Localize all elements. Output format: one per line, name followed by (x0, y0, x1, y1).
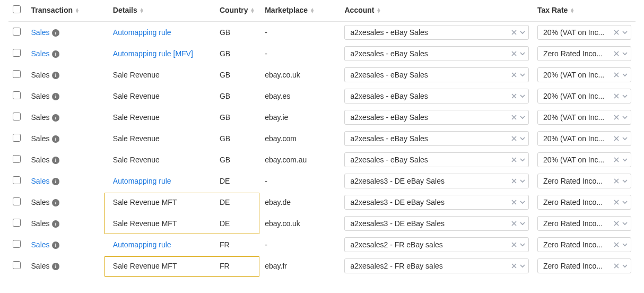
tax-select[interactable]: 20% (VAT on Inc... (537, 152, 631, 167)
account-select[interactable]: a2xesales - eBay Sales (344, 89, 529, 104)
tax-select[interactable]: 20% (VAT on Inc... (537, 131, 631, 146)
header-marketplace[interactable]: Marketplace▲▼ (260, 0, 340, 22)
info-icon[interactable]: i (52, 93, 59, 100)
clear-icon[interactable] (511, 178, 517, 184)
transaction-link[interactable]: Sales (31, 28, 50, 37)
transaction-link[interactable]: Sales (31, 177, 50, 185)
chevron-down-icon[interactable] (520, 157, 525, 162)
row-checkbox[interactable] (13, 91, 21, 99)
row-checkbox[interactable] (13, 176, 21, 184)
row-checkbox[interactable] (13, 49, 21, 57)
info-icon[interactable]: i (52, 242, 59, 249)
details-text[interactable]: Automapping rule (113, 177, 171, 185)
header-country[interactable]: Country▲▼ (215, 0, 260, 22)
tax-select[interactable]: 20% (VAT on Inc... (537, 89, 631, 104)
chevron-down-icon[interactable] (520, 72, 525, 77)
account-select[interactable]: a2xesales2 - FR eBay sales (344, 237, 529, 252)
header-details[interactable]: Details▲▼ (109, 0, 215, 22)
header-account[interactable]: Account▲▼ (340, 0, 533, 22)
info-icon[interactable]: i (52, 263, 59, 270)
chevron-down-icon[interactable] (520, 221, 525, 226)
chevron-down-icon[interactable] (622, 51, 628, 56)
info-icon[interactable]: i (52, 220, 59, 228)
account-select[interactable]: a2xesales - eBay Sales (344, 67, 529, 82)
tax-select[interactable]: 20% (VAT on Inc... (537, 67, 631, 82)
tax-select[interactable]: 20% (VAT on Inc... (537, 110, 631, 125)
clear-icon[interactable] (614, 221, 619, 226)
clear-icon[interactable] (614, 136, 619, 141)
clear-icon[interactable] (614, 72, 619, 77)
chevron-down-icon[interactable] (520, 93, 525, 99)
chevron-down-icon[interactable] (622, 242, 628, 247)
info-icon[interactable]: i (52, 72, 59, 79)
clear-icon[interactable] (511, 263, 517, 269)
info-icon[interactable]: i (52, 29, 59, 37)
account-select[interactable]: a2xesales3 - DE eBay Sales (344, 174, 529, 188)
chevron-down-icon[interactable] (520, 263, 525, 269)
chevron-down-icon[interactable] (520, 242, 525, 247)
clear-icon[interactable] (511, 200, 517, 205)
info-icon[interactable]: i (52, 178, 59, 185)
row-checkbox[interactable] (13, 219, 21, 227)
chevron-down-icon[interactable] (520, 136, 525, 141)
clear-icon[interactable] (511, 242, 517, 247)
clear-icon[interactable] (511, 157, 517, 162)
row-checkbox[interactable] (13, 113, 21, 120)
chevron-down-icon[interactable] (622, 200, 628, 205)
chevron-down-icon[interactable] (622, 221, 628, 226)
clear-icon[interactable] (614, 263, 619, 269)
transaction-link[interactable]: Sales (31, 240, 50, 249)
header-transaction[interactable]: Transaction▲▼ (27, 0, 109, 22)
row-checkbox[interactable] (13, 240, 21, 248)
clear-icon[interactable] (614, 178, 619, 184)
chevron-down-icon[interactable] (622, 30, 628, 35)
row-checkbox[interactable] (13, 70, 21, 78)
account-select[interactable]: a2xesales - eBay Sales (344, 46, 529, 61)
chevron-down-icon[interactable] (520, 200, 525, 205)
info-icon[interactable]: i (52, 199, 59, 206)
chevron-down-icon[interactable] (622, 157, 628, 162)
select-all-checkbox[interactable] (13, 5, 21, 13)
row-checkbox[interactable] (13, 261, 21, 269)
row-checkbox[interactable] (13, 28, 21, 36)
clear-icon[interactable] (614, 30, 619, 35)
clear-icon[interactable] (511, 136, 517, 141)
tax-select[interactable]: Zero Rated Inco... (537, 216, 631, 231)
info-icon[interactable]: i (52, 157, 59, 164)
clear-icon[interactable] (614, 157, 619, 162)
row-checkbox[interactable] (13, 197, 21, 205)
info-icon[interactable]: i (52, 114, 59, 122)
clear-icon[interactable] (614, 51, 619, 56)
account-select[interactable]: a2xesales - eBay Sales (344, 25, 529, 40)
chevron-down-icon[interactable] (622, 263, 628, 269)
info-icon[interactable]: i (52, 50, 59, 58)
account-select[interactable]: a2xesales2 - FR eBay sales (344, 258, 529, 273)
tax-select[interactable]: Zero Rated Inco... (537, 237, 631, 252)
info-icon[interactable]: i (52, 135, 59, 143)
account-select[interactable]: a2xesales - eBay Sales (344, 152, 529, 167)
clear-icon[interactable] (511, 115, 517, 120)
chevron-down-icon[interactable] (622, 178, 628, 184)
chevron-down-icon[interactable] (520, 115, 525, 120)
transaction-link[interactable]: Sales (31, 49, 50, 58)
tax-select[interactable]: Zero Rated Inco... (537, 174, 631, 188)
chevron-down-icon[interactable] (520, 178, 525, 184)
details-text[interactable]: Automapping rule [MFV] (113, 49, 193, 58)
details-text[interactable]: Automapping rule (113, 28, 171, 37)
clear-icon[interactable] (614, 242, 619, 247)
chevron-down-icon[interactable] (622, 93, 628, 99)
chevron-down-icon[interactable] (622, 115, 628, 120)
tax-select[interactable]: Zero Rated Inco... (537, 195, 631, 210)
clear-icon[interactable] (511, 221, 517, 226)
clear-icon[interactable] (511, 72, 517, 77)
account-select[interactable]: a2xesales3 - DE eBay Sales (344, 216, 529, 231)
details-text[interactable]: Automapping rule (113, 240, 171, 249)
tax-select[interactable]: Zero Rated Inco... (537, 258, 631, 273)
row-checkbox[interactable] (13, 155, 21, 163)
tax-select[interactable]: Zero Rated Inco... (537, 46, 631, 61)
clear-icon[interactable] (511, 51, 517, 56)
chevron-down-icon[interactable] (622, 72, 628, 77)
account-select[interactable]: a2xesales - eBay Sales (344, 131, 529, 146)
clear-icon[interactable] (614, 93, 619, 99)
clear-icon[interactable] (614, 200, 619, 205)
